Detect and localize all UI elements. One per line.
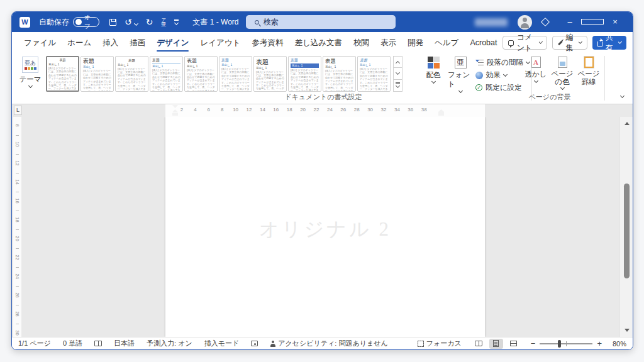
focus-mode-button[interactable]: フォーカス [418,339,462,348]
focus-icon [418,341,424,347]
scroll-down-icon[interactable] [625,329,630,334]
tab-9[interactable]: 表示 [375,32,402,53]
tab-4[interactable]: デザイン [151,32,194,53]
style-set-card-5[interactable]: 表題見出し 1[挿入] タブのギャラリーには、文書全体の体裁に合わせて調整するた… [219,56,252,92]
hruler-number: 8 [221,107,223,112]
undo-chevron-icon[interactable] [134,21,138,26]
style-set-card-7[interactable]: 表題見出し 1[挿入] タブのギャラリーには、文書全体の体裁に合わせて調整するた… [288,56,321,92]
right-indent-marker[interactable] [438,109,444,116]
undo-button[interactable]: ↺ [125,17,138,27]
group-label-doc-format: ドキュメントの書式設定 [248,92,399,102]
save-icon[interactable] [109,19,116,26]
zoom-in-button[interactable]: + [597,339,602,348]
style-set-card-6[interactable]: 表題見出し 1[挿入] タブのギャラリーには、文書全体の体裁に合わせて調整するた… [253,56,287,92]
style-set-card-4[interactable]: 表題見出し 1[挿入] タブのギャラリーには、文書全体の体裁に合わせて調整するた… [184,56,218,92]
scrollbar-thumb[interactable] [624,184,630,278]
hanging-indent-marker[interactable] [172,109,178,112]
vruler-number: 18 [14,216,20,224]
vertical-scrollbar[interactable] [619,117,633,337]
watermark-text: オリジナル 2 [165,216,485,243]
left-indent-marker[interactable] [172,113,178,116]
phonetic-guide-icon[interactable]: ア亜 [161,18,166,27]
first-line-indent-marker[interactable] [172,105,178,108]
share-button[interactable]: 共有 [592,36,626,50]
style-set-card-2[interactable]: 表題見出し 1[挿入] タブのギャラリーには、文書全体の体裁に合わせて調整するた… [115,56,148,92]
document-page[interactable]: オリジナル 2 [165,117,485,337]
user-avatar[interactable] [518,15,532,30]
tab-file[interactable]: ファイル [18,32,62,53]
gallery-scroll-down-button[interactable] [393,68,402,80]
maximize-button[interactable] [581,12,604,32]
tab-stop-selector[interactable]: L [14,106,22,115]
vruler-tick [16,229,19,230]
macro-record-icon[interactable] [251,341,258,346]
hruler-number: 36 [408,107,413,112]
zoom-slider-thumb[interactable] [558,340,561,348]
autosave-control[interactable]: 自動保存 オフ [39,17,99,28]
vruler-tick [16,286,19,287]
read-mode-button[interactable] [472,339,486,349]
word-count[interactable]: 0 単語 [63,339,82,348]
hruler-number: 24 [327,107,333,112]
tab-7[interactable]: 差し込み文書 [289,32,348,53]
vruler-number: 28 [14,310,20,318]
colors-button[interactable]: 配色 [421,57,445,83]
autosave-toggle[interactable]: オフ [73,17,99,27]
tab-8[interactable]: 校閲 [348,32,375,53]
tab-2[interactable]: 挿入 [97,32,124,53]
tab-5[interactable]: レイアウト [194,32,246,53]
accessibility-status[interactable]: アクセシビリティ: 問題ありません [270,339,387,348]
language-status[interactable]: 日本語 [114,339,135,348]
page-color-button[interactable]: ページの色 [549,57,575,89]
zoom-slider[interactable] [540,343,592,344]
colors-icon [428,57,440,69]
watermark-button[interactable]: A 透かし [523,57,549,82]
more-commands-icon[interactable] [174,19,179,24]
gallery-more-button[interactable] [393,80,402,92]
tab-10[interactable]: 開発 [402,32,429,53]
word-app-icon[interactable]: W [19,17,30,28]
tab-11[interactable]: ヘルプ [429,32,464,53]
page-borders-button[interactable]: ページ罫線 [575,57,602,86]
tab-1[interactable]: ホーム [62,32,97,53]
quick-access-toolbar: ↺ ↻ ア亜 [109,17,179,27]
print-layout-button[interactable] [489,339,503,349]
gallery-scroll-up-button[interactable] [393,56,402,68]
themes-button[interactable]: 亜あ テーマ [17,57,43,87]
page-color-icon [558,57,567,68]
style-set-card-9[interactable]: 表題見出し 1[挿入] タブのギャラリーには、文書全体の体裁に合わせて調整するた… [357,56,391,92]
tab-6[interactable]: 参考資料 [246,32,289,53]
vruler-number: 24 [14,272,20,280]
ribbon-tabs: ファイルホーム挿入描画デザインレイアウト参考資料差し込み文書校閲表示開発ヘルプA… [18,32,502,53]
zoom-level[interactable]: 80% [606,340,626,348]
close-button[interactable]: × [604,12,626,32]
style-set-card-0[interactable]: 表題見出し 1[挿入] タブのギャラリーには、文書全体の体裁に合わせて調整するた… [46,56,79,92]
fonts-button[interactable]: 亜 フォント [448,57,473,92]
hruler-number: 38 [421,107,427,112]
insert-mode-status[interactable]: 挿入モード [204,339,240,348]
tab-12[interactable]: Acrobat [464,32,502,53]
editing-button[interactable]: 編集 [552,36,587,50]
paragraph-spacing-button[interactable]: 段落の間隔 [475,58,530,67]
paragraph-spacing-icon [475,59,484,66]
comments-button[interactable]: コメント [502,36,547,50]
tab-3[interactable]: 描画 [124,32,151,53]
search-input[interactable]: 検索 [246,15,396,29]
diamond-icon[interactable] [541,18,550,26]
style-set-card-1[interactable]: 表題見出し 1[挿入] タブのギャラリーには、文書全体の体裁に合わせて調整するた… [80,56,114,92]
page-info[interactable]: 1/1 ページ [18,339,51,348]
style-set-card-3[interactable]: 表題見出し 1[挿入] タブのギャラリーには、文書全体の体裁に合わせて調整するた… [150,56,183,92]
style-set-card-8[interactable]: 表題見出し 1[挿入] タブのギャラリーには、文書全体の体裁に合わせて調整するた… [323,56,356,92]
zoom-out-button[interactable]: − [531,339,536,348]
web-layout-button[interactable] [507,339,521,349]
scroll-up-icon[interactable] [625,119,630,125]
spellcheck-book-icon[interactable] [94,341,102,346]
redo-button[interactable]: ↻ [146,18,153,26]
set-default-button[interactable]: ✓ 既定に設定 [475,83,530,92]
prediction-status[interactable]: 予測入力: オン [147,339,192,348]
effects-button[interactable]: 効果 [475,70,530,80]
chevron-down-icon [503,72,508,76]
page-borders-icon [584,57,594,68]
collapse-ribbon-button[interactable] [621,91,624,99]
minimize-button[interactable]: – [558,12,581,32]
